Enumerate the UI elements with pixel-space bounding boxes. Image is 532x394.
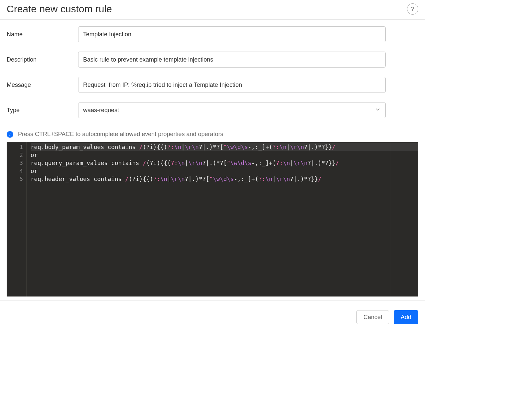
type-select[interactable]: waas-request bbox=[78, 102, 386, 118]
cancel-button[interactable]: Cancel bbox=[356, 310, 389, 324]
message-input[interactable] bbox=[78, 77, 386, 93]
line-number: 4 bbox=[7, 167, 23, 175]
code-line[interactable]: req.query_param_values contains /(?i){{(… bbox=[31, 159, 418, 167]
cancel-button-label: Cancel bbox=[363, 314, 382, 321]
code-line[interactable]: req.body_param_values contains /(?i){{(?… bbox=[31, 143, 418, 151]
hint-row: i Press CTRL+SPACE to autocomplete allow… bbox=[0, 125, 425, 140]
form-row-type: Type waas-request bbox=[7, 102, 418, 118]
description-label: Description bbox=[7, 56, 78, 63]
code-line[interactable]: or bbox=[31, 151, 418, 159]
page-title: Create new custom rule bbox=[7, 3, 112, 15]
line-number: 1 bbox=[7, 143, 23, 151]
form-row-message: Message bbox=[7, 77, 418, 93]
add-button-label: Add bbox=[401, 314, 411, 321]
editor-code[interactable]: req.body_param_values contains /(?i){{(?… bbox=[27, 142, 418, 296]
description-input[interactable] bbox=[78, 52, 386, 68]
form-row-description: Description bbox=[7, 52, 418, 68]
line-number: 3 bbox=[7, 159, 23, 167]
chevron-down-icon bbox=[375, 106, 381, 114]
dialog-footer: Cancel Add bbox=[0, 300, 425, 324]
dialog-header: Create new custom rule ? bbox=[0, 0, 425, 20]
help-icon[interactable]: ? bbox=[407, 3, 418, 15]
editor-gutter: 12345 bbox=[7, 142, 27, 296]
info-icon: i bbox=[7, 131, 13, 138]
add-button[interactable]: Add bbox=[394, 310, 418, 324]
name-input[interactable] bbox=[78, 26, 386, 42]
form-row-name: Name bbox=[7, 26, 418, 42]
type-label: Type bbox=[7, 107, 78, 114]
code-line[interactable]: req.header_values contains /(?i){{(?:\n|… bbox=[31, 175, 418, 183]
code-editor[interactable]: 12345 req.body_param_values contains /(?… bbox=[7, 142, 418, 296]
line-number: 5 bbox=[7, 175, 23, 183]
code-line[interactable]: or bbox=[31, 167, 418, 175]
type-select-value: waas-request bbox=[83, 107, 119, 114]
form-area: Name Description Message Type waas-reque… bbox=[0, 20, 425, 125]
print-margin bbox=[390, 142, 390, 296]
message-label: Message bbox=[7, 82, 78, 89]
name-label: Name bbox=[7, 31, 78, 38]
hint-text: Press CTRL+SPACE to autocomplete allowed… bbox=[18, 131, 223, 138]
line-number: 2 bbox=[7, 151, 23, 159]
